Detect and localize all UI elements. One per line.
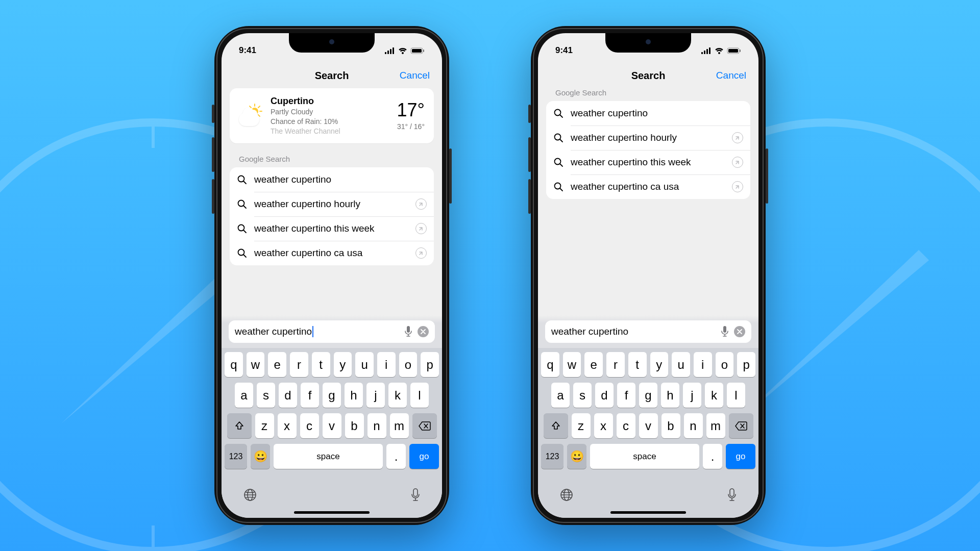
suggestion-item[interactable]: weather cupertino [230, 167, 434, 192]
fill-arrow-icon[interactable] [732, 181, 743, 192]
key-f[interactable]: f [617, 383, 635, 408]
cancel-button[interactable]: Cancel [400, 70, 430, 81]
key-a[interactable]: a [235, 383, 253, 408]
key-i[interactable]: i [694, 352, 712, 377]
delete-key[interactable] [412, 413, 437, 438]
key-v[interactable]: v [639, 413, 658, 438]
key-q[interactable]: q [225, 352, 243, 377]
key-e[interactable]: e [584, 352, 603, 377]
suggestion-item[interactable]: weather cupertino [546, 101, 750, 126]
key-m[interactable]: m [390, 413, 409, 438]
key-x[interactable]: x [594, 413, 613, 438]
key-q[interactable]: q [541, 352, 559, 377]
key-k[interactable]: k [705, 383, 723, 408]
cancel-button[interactable]: Cancel [716, 70, 746, 81]
key-r[interactable]: r [606, 352, 625, 377]
shift-key[interactable] [544, 413, 568, 438]
period-key[interactable]: . [703, 444, 722, 469]
key-t[interactable]: t [628, 352, 647, 377]
clear-button[interactable] [418, 326, 429, 337]
weather-card[interactable]: Cupertino Partly Cloudy Chance of Rain: … [230, 88, 434, 143]
key-f[interactable]: f [301, 383, 319, 408]
search-field[interactable]: weather cupertino [545, 320, 751, 343]
period-key[interactable]: . [386, 444, 406, 469]
fill-arrow-icon[interactable] [732, 132, 743, 143]
key-y[interactable]: y [334, 352, 352, 377]
key-o[interactable]: o [716, 352, 734, 377]
key-g[interactable]: g [323, 383, 341, 408]
key-d[interactable]: d [279, 383, 297, 408]
space-key[interactable]: space [274, 444, 383, 469]
svg-rect-6 [390, 49, 391, 54]
key-j[interactable]: j [366, 383, 385, 408]
key-t[interactable]: t [312, 352, 330, 377]
suggestion-item[interactable]: weather cupertino this week [546, 150, 750, 174]
key-p[interactable]: p [737, 352, 755, 377]
suggestion-item[interactable]: weather cupertino ca usa [546, 174, 750, 199]
go-key[interactable]: go [409, 444, 439, 469]
go-key[interactable]: go [726, 444, 755, 469]
space-key[interactable]: space [590, 444, 699, 469]
key-d[interactable]: d [595, 383, 614, 408]
globe-icon[interactable] [559, 488, 574, 502]
key-v[interactable]: v [323, 413, 341, 438]
key-c[interactable]: c [617, 413, 635, 438]
key-h[interactable]: h [345, 383, 363, 408]
dictation-icon[interactable] [721, 326, 729, 337]
key-c[interactable]: c [300, 413, 319, 438]
key-z[interactable]: z [255, 413, 274, 438]
key-z[interactable]: z [572, 413, 591, 438]
key-m[interactable]: m [706, 413, 725, 438]
key-a[interactable]: a [551, 383, 570, 408]
svg-point-26 [238, 249, 244, 256]
fill-arrow-icon[interactable] [415, 247, 427, 259]
search-input[interactable]: weather cupertino [551, 326, 716, 337]
key-r[interactable]: r [290, 352, 308, 377]
fill-arrow-icon[interactable] [415, 198, 427, 210]
key-g[interactable]: g [639, 383, 657, 408]
delete-key[interactable] [729, 413, 753, 438]
key-l[interactable]: l [727, 383, 745, 408]
dictation-key[interactable] [410, 488, 421, 502]
emoji-key[interactable]: 😀 [251, 444, 270, 469]
emoji-key[interactable]: 😀 [567, 444, 586, 469]
key-h[interactable]: h [661, 383, 679, 408]
clear-button[interactable] [734, 326, 745, 337]
home-indicator[interactable] [294, 511, 370, 514]
suggestion-item[interactable]: weather cupertino hourly [546, 126, 750, 150]
fill-arrow-icon[interactable] [415, 223, 427, 234]
numbers-key[interactable]: 123 [541, 444, 564, 469]
key-o[interactable]: o [399, 352, 418, 377]
suggestion-item[interactable]: weather cupertino hourly [230, 192, 434, 216]
dictation-key[interactable] [727, 488, 737, 502]
fill-arrow-icon[interactable] [732, 157, 743, 168]
key-s[interactable]: s [257, 383, 275, 408]
home-indicator[interactable] [610, 511, 686, 514]
key-b[interactable]: b [345, 413, 364, 438]
dictation-icon[interactable] [404, 326, 412, 337]
numbers-key[interactable]: 123 [225, 444, 247, 469]
key-p[interactable]: p [421, 352, 439, 377]
key-e[interactable]: e [268, 352, 286, 377]
key-k[interactable]: k [388, 383, 407, 408]
key-w[interactable]: w [247, 352, 265, 377]
search-field[interactable]: weather cupertino [229, 320, 435, 343]
key-l[interactable]: l [410, 383, 429, 408]
key-n[interactable]: n [684, 413, 703, 438]
key-w[interactable]: w [563, 352, 581, 377]
key-x[interactable]: x [278, 413, 297, 438]
key-u[interactable]: u [672, 352, 690, 377]
key-j[interactable]: j [683, 383, 701, 408]
shift-key[interactable] [227, 413, 252, 438]
key-y[interactable]: y [650, 352, 669, 377]
key-b[interactable]: b [662, 413, 680, 438]
search-input[interactable]: weather cupertino [235, 326, 399, 337]
key-s[interactable]: s [573, 383, 592, 408]
key-n[interactable]: n [368, 413, 386, 438]
suggestion-item[interactable]: weather cupertino this week [230, 216, 434, 241]
suggestion-item[interactable]: weather cupertino ca usa [230, 241, 434, 265]
globe-icon[interactable] [243, 488, 257, 502]
key-u[interactable]: u [355, 352, 374, 377]
key-i[interactable]: i [377, 352, 396, 377]
battery-icon [727, 47, 741, 54]
